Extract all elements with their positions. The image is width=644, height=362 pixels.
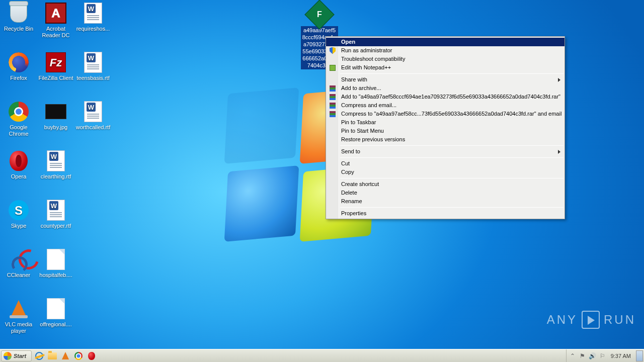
desktop-icon-buyby[interactable]: buyby.jpg [37,101,74,131]
opera-icon [8,150,30,172]
menu-item-share-with[interactable]: Share with [326,75,565,84]
shield-icon [329,47,337,54]
desktop-icon-worthcalled[interactable]: worthcalled.rtf [74,101,112,131]
desktop-icon-clearthing[interactable]: clearthing.rtf [37,150,74,180]
desktop-icon-label: Firefox [0,74,37,82]
menu-item-troubleshoot-compatibility[interactable]: Troubleshoot compatibility [326,55,565,63]
filezilla-icon: Fz [45,51,67,73]
menu-item-label: Rename [341,198,362,204]
menu-separator [340,178,564,178]
play-icon [582,311,600,329]
menu-item-add-to-archive-[interactable]: Add to archive... [326,84,565,93]
desktop-icon-countyper[interactable]: countyper.rtf [37,199,74,230]
menu-item-delete[interactable]: Delete [326,189,565,197]
desktop-icon-label: Google Chrome [0,124,37,138]
worthcalled-icon [82,101,104,123]
desktop-icon-recycle-bin[interactable]: Recycle Bin [0,2,37,33]
menu-item-compress-to-a49aa97aef58cc-73f[interactable]: Compress to "a49aa97aef58cc...73f6d55e69… [326,110,565,118]
menu-item-rename[interactable]: Rename [326,197,565,206]
desktop-icon-label: Skype [0,222,37,230]
taskbar: Start ⌃ ⚑ 🔊 ⚐ 9:37 AM [0,349,644,362]
menu-item-send-to[interactable]: Send to [326,147,565,156]
menu-item-label: Share with [341,76,367,82]
menu-item-label: Open [341,39,355,45]
desktop-icon-offregional[interactable]: offregional.... [37,298,74,328]
menu-item-create-shortcut[interactable]: Create shortcut [326,180,565,189]
desktop-icon-chrome[interactable]: Google Chrome [0,101,37,138]
menu-item-pin-to-start-menu[interactable]: Pin to Start Menu [326,127,565,135]
menu-item-label: Add to "a49aa97aef58cccf694ae1ea7093273f… [341,94,560,100]
menu-separator [340,145,564,146]
menu-item-label: Compress and email... [341,102,396,108]
notepadpp-icon [329,64,337,71]
show-desktop-button[interactable] [636,350,643,361]
desktop-icon-label: countyper.rtf [37,222,74,230]
menu-item-label: Compress to "a49aa97aef58cc...73f6d55e69… [341,111,561,117]
desktop-icon-label: offregional.... [37,321,74,328]
taskbar-ie[interactable] [34,350,45,361]
menu-item-properties[interactable]: Properties [326,209,565,218]
menu-item-label: Pin to Taskbar [341,119,376,125]
desktop-icon-teensbasis[interactable]: teensbasis.rtf [74,51,112,82]
tray-flag-icon[interactable]: ⚐ [598,351,607,360]
menu-item-restore-previous-versions[interactable]: Restore previous versions [326,135,565,144]
desktop-icon-skype[interactable]: SSkype [0,199,37,230]
menu-item-run-as-administrator[interactable]: Run as administrator [326,46,565,55]
archive-icon [329,102,337,109]
menu-item-label: Pin to Start Menu [341,128,384,134]
tray-clock[interactable]: 9:37 AM [608,353,634,359]
system-tray: ⌃ ⚑ 🔊 ⚐ 9:37 AM [566,349,644,363]
desktop-icon-adobe-reader[interactable]: Acrobat Reader DC [37,2,74,39]
windows-orb-icon [4,352,12,360]
vlc-icon [8,298,30,320]
menu-item-label: Cut [341,160,350,166]
menu-item-label: Send to [341,148,360,154]
desktop-icon-label: VLC media player [0,321,37,335]
tray-expand-icon[interactable]: ⌃ [568,351,577,360]
desktop-icon-firefox[interactable]: Firefox [0,51,37,82]
desktop-icon-hospitalfeb[interactable]: hospitalfeb.... [37,248,74,279]
menu-separator [340,73,564,74]
menu-item-label: Add to archive... [341,85,381,91]
chevron-right-icon [558,150,560,154]
desktop-icon-opera[interactable]: Opera [0,150,37,180]
desktop-icon-requireshos[interactable]: requireshos... [74,2,112,33]
menu-separator [340,157,564,158]
menu-item-cut[interactable]: Cut [326,159,565,168]
menu-item-open[interactable]: Open [326,38,565,46]
taskbar-vlc[interactable] [60,350,71,361]
folder-icon [48,352,57,359]
watermark: ANY RUN [547,311,636,329]
watermark-text-any: ANY [547,313,578,327]
opera-icon [88,352,95,360]
desktop-icon-ccleaner[interactable]: CCleaner [0,248,37,279]
menu-item-add-to-a49aa97aef58cccf694ae1e[interactable]: Add to "a49aa97aef58cccf694ae1ea7093273f… [326,93,565,101]
menu-item-label: Troubleshoot compatibility [341,56,405,62]
start-button[interactable]: Start [1,350,32,361]
ccleaner-icon [8,248,30,270]
desktop-icon-label: buyby.jpg [37,124,74,131]
recycle-bin-icon [8,2,30,24]
taskbar-opera[interactable] [86,350,97,361]
chevron-right-icon [558,78,560,82]
taskbar-chrome[interactable] [73,350,84,361]
requireshos-icon [82,2,104,24]
taskbar-explorer[interactable] [47,350,58,361]
menu-item-edit-with-notepad-[interactable]: Edit with Notepad++ [326,63,565,72]
menu-item-compress-and-email-[interactable]: Compress and email... [326,101,565,110]
desktop-icon-vlc[interactable]: VLC media player [0,298,37,335]
clearthing-icon [45,150,67,172]
offregional-icon [45,298,67,320]
context-menu: OpenRun as administratorTroubleshoot com… [326,36,565,219]
tray-action-center-icon[interactable]: ⚑ [578,351,587,360]
menu-item-label: Run as administrator [341,47,392,53]
menu-item-copy[interactable]: Copy [326,168,565,176]
menu-item-label: Copy [341,169,354,175]
tray-volume-icon[interactable]: 🔊 [588,351,597,360]
archive-icon [329,93,337,101]
vlc-icon [62,352,69,359]
desktop-icon-filezilla[interactable]: FzFileZilla Client [37,51,74,82]
chrome-icon [8,101,30,123]
desktop[interactable]: Recycle BinAcrobat Reader DCrequireshos.… [0,0,644,349]
menu-item-pin-to-taskbar[interactable]: Pin to Taskbar [326,118,565,127]
